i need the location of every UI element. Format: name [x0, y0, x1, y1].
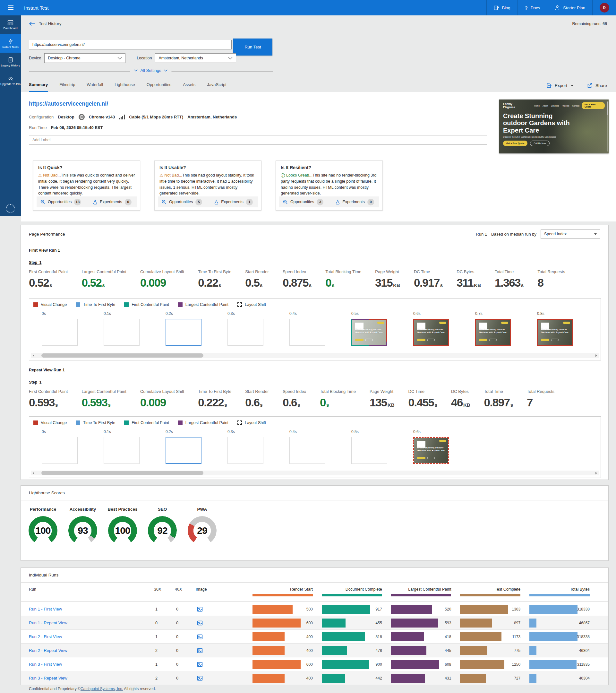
- page-screenshot-thumbnail[interactable]: Earthly Elegance HomeAboutServicesProjec…: [499, 99, 609, 154]
- gauge-seo: SEO 92: [142, 507, 182, 545]
- top-app-bar: Instant Test Blog Docs Starter Plan R: [0, 0, 616, 15]
- run-link[interactable]: Run 2 - Repeat View: [29, 648, 154, 653]
- config-location: Amsterdam, Netherlands: [187, 115, 237, 119]
- tab-assets[interactable]: Assets: [183, 82, 196, 92]
- menu-item-docs[interactable]: Docs: [517, 0, 547, 15]
- experiments-badge[interactable]: Experiments 1: [214, 199, 252, 205]
- tab-lighthouse[interactable]: Lighthouse: [115, 82, 135, 92]
- filmstrip-frame[interactable]: [227, 437, 263, 464]
- filmstrip-frame[interactable]: Create Stunning outdoor Gardens with Exp…: [537, 319, 573, 346]
- step-title[interactable]: Step_1: [29, 380, 41, 384]
- table-row: Run 2 - Repeat View 2 0 400 478 445 775 …: [21, 643, 608, 657]
- menu-item-plan[interactable]: Starter Plan: [547, 0, 592, 15]
- filmstrip-frame[interactable]: [227, 319, 263, 346]
- experiments-badge[interactable]: Experiments 0: [93, 199, 131, 205]
- flask-icon: [335, 200, 340, 204]
- opportunities-badge[interactable]: Opportunities 5: [162, 199, 202, 205]
- location-select[interactable]: Amsterdam, Netherlands: [155, 53, 236, 63]
- filmstrip-frame[interactable]: [166, 437, 202, 464]
- image-icon[interactable]: [196, 648, 252, 653]
- metric: Page Weight135KB: [370, 389, 395, 409]
- sidebar-item-legacy-history[interactable]: Legacy History: [0, 53, 21, 71]
- menu-item-blog[interactable]: Blog: [486, 0, 517, 15]
- avatar-area[interactable]: R: [592, 0, 616, 15]
- share-button[interactable]: Share: [587, 82, 607, 88]
- run-link[interactable]: Run 1 - First View: [29, 607, 154, 612]
- run-link[interactable]: Run 3 - Repeat View: [29, 676, 154, 680]
- device-select[interactable]: Desktop - Chrome: [44, 53, 125, 63]
- filmstrip-frame[interactable]: Create Stunning outdoor Gardens with Exp…: [475, 319, 511, 346]
- filmstrip-frame[interactable]: [104, 437, 140, 464]
- sidebar-label-dashboard: Dashboard: [3, 27, 17, 30]
- opportunities-badge[interactable]: Opportunities 3: [283, 199, 323, 205]
- tab-javascript[interactable]: JavaScript: [207, 82, 226, 92]
- sidebar-item-instant-tests[interactable]: Instant Tests: [0, 34, 21, 53]
- avatar[interactable]: R: [600, 3, 609, 13]
- filmstrip-frame[interactable]: Create Stunning outdoor Gardens with Exp…: [413, 319, 449, 346]
- filmstrip-scrollbar[interactable]: [31, 353, 599, 358]
- image-icon[interactable]: [196, 620, 252, 626]
- image-icon[interactable]: [196, 634, 252, 639]
- scroll-right-arrow[interactable]: [594, 471, 599, 475]
- metric: First Contentful Paint0.593s: [29, 389, 68, 409]
- sidebar-item-dashboard[interactable]: Dashboard: [0, 15, 21, 34]
- filmstrip-frame[interactable]: [289, 437, 325, 464]
- chrome-icon: [79, 114, 85, 120]
- experiments-badge[interactable]: Experiments 0: [335, 199, 374, 205]
- scroll-right-arrow[interactable]: [594, 353, 599, 358]
- opportunities-badge[interactable]: Opportunities 13: [40, 199, 81, 205]
- filmstrip-frame[interactable]: [42, 319, 78, 346]
- table-row: Run 1 - Repeat View 0 0 600 455 593 897 …: [21, 616, 608, 630]
- catchpoint-logo: [6, 204, 15, 213]
- filmstrip-frame[interactable]: [289, 319, 325, 346]
- hero-cta-pill: Get a Free Quote: [582, 102, 605, 109]
- filmstrip-frame[interactable]: [42, 437, 78, 464]
- catchpoint-link[interactable]: Catchpoint Systems, Inc.: [81, 687, 123, 691]
- blog-icon: [494, 5, 499, 11]
- image-icon[interactable]: [196, 662, 252, 667]
- first-view-title[interactable]: First View Run 1: [29, 248, 60, 253]
- scrollbar-thumb[interactable]: [41, 353, 203, 358]
- tab-summary[interactable]: Summary: [29, 82, 48, 92]
- run-test-button[interactable]: Run Test: [233, 39, 272, 56]
- filmstrip-frame[interactable]: Create Stunning outdoor Gardens with Exp…: [351, 319, 387, 346]
- sidebar-item-upgrade[interactable]: Upgrade To Pro: [0, 71, 21, 90]
- all-settings-toggle[interactable]: All Settings: [130, 68, 171, 73]
- footer: Confidential and Proprietary ©Catchpoint…: [29, 687, 156, 691]
- filmstrip-frame[interactable]: Create Stunning outdoor Gardens with Exp…: [413, 437, 449, 464]
- filmstrip-scrollbar[interactable]: [31, 471, 599, 475]
- run-link[interactable]: Run 3 - First View: [29, 662, 154, 667]
- col-document-complete: Document Complete: [322, 587, 391, 596]
- filmstrip-frame[interactable]: [351, 437, 387, 464]
- metric: Largest Contentful Paint0.593s: [82, 389, 126, 409]
- sidebar: Dashboard Instant Tests Legacy History U…: [0, 15, 21, 216]
- scroll-left-arrow[interactable]: [31, 471, 36, 475]
- add-label-input[interactable]: [29, 135, 487, 145]
- hamburger-menu-icon[interactable]: [0, 5, 21, 10]
- filmstrip-frame[interactable]: [104, 319, 140, 346]
- scroll-left-arrow[interactable]: [31, 353, 36, 358]
- summary-section: https://autoserviceengelen.nl/ Configura…: [21, 92, 616, 221]
- hero-brand: Earthly Elegance: [503, 102, 524, 109]
- back-to-test-history[interactable]: Test History: [29, 21, 62, 26]
- assessment-cards: Is It Quick? Not Bad...This site was qui…: [33, 160, 383, 211]
- image-icon[interactable]: [196, 676, 252, 681]
- run-link[interactable]: Run 2 - First View: [29, 634, 154, 639]
- export-button[interactable]: Export: [546, 82, 573, 88]
- menu-blog-label: Blog: [502, 5, 510, 10]
- run-link[interactable]: Run 1 - Repeat View: [29, 620, 154, 625]
- metric: Total Blocking Time0s: [320, 389, 356, 409]
- url-input[interactable]: [29, 40, 232, 50]
- tab-opportunities[interactable]: Opportunities: [147, 82, 171, 92]
- step-title[interactable]: Step_1: [29, 260, 41, 265]
- metric: Total Blocking Time0s: [325, 269, 361, 289]
- repeat-view-title[interactable]: Repeat View Run 1: [29, 368, 65, 372]
- question-icon: [525, 5, 528, 11]
- filmstrip-frame[interactable]: [166, 319, 202, 346]
- tab-waterfall[interactable]: Waterfall: [87, 82, 103, 92]
- image-icon[interactable]: [196, 607, 252, 612]
- scrollbar-thumb[interactable]: [41, 471, 203, 475]
- median-metric-select[interactable]: Speed Index: [540, 230, 600, 239]
- tab-filmstrip[interactable]: Filmstrip: [59, 82, 75, 92]
- tested-url-heading[interactable]: https://autoserviceengelen.nl/: [29, 100, 108, 107]
